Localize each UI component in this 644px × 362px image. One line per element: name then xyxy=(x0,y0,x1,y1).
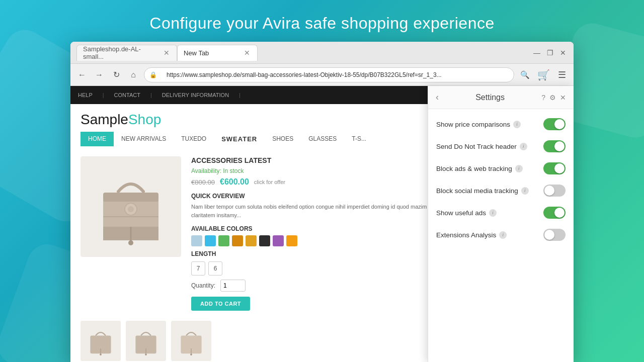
url-text[interactable]: https://www.sampleshop.de/small-bag-acce… xyxy=(167,71,442,78)
show-useful-ads-knob xyxy=(554,208,565,218)
color-swatch-6[interactable] xyxy=(273,235,284,246)
settings-list: Show price comparisons i Send Do Not Tra… xyxy=(428,109,574,250)
thumb-2[interactable] xyxy=(126,321,166,361)
settings-header: ‹ Settings ? ⚙ ✕ xyxy=(428,86,574,109)
settings-help-icon[interactable]: ? xyxy=(541,94,545,102)
settings-item-block-social: Block social media tracking i xyxy=(428,179,574,202)
color-swatch-2[interactable] xyxy=(218,235,229,246)
new-price: €600.00 xyxy=(220,177,249,187)
nav-contact[interactable]: CONTACT xyxy=(114,92,140,98)
thumb-1[interactable] xyxy=(80,321,121,361)
settings-item-price-comparisons: Show price comparisons i xyxy=(428,113,574,135)
website-content: HELP | CONTACT | DELIVERY INFORMATION | … xyxy=(70,86,574,362)
forward-button[interactable]: → xyxy=(93,68,106,81)
block-ads-toggle[interactable] xyxy=(543,162,566,174)
close-button[interactable]: ✕ xyxy=(558,48,568,57)
logo-sample: Sample xyxy=(80,112,128,127)
svg-rect-2 xyxy=(103,193,158,202)
logo-shop: Shop xyxy=(128,112,161,127)
length-7[interactable]: 7 xyxy=(191,261,205,276)
back-button[interactable]: ← xyxy=(75,68,89,81)
nav-help[interactable]: HELP xyxy=(78,92,93,98)
page-title: Configure your Avira safe shopping exper… xyxy=(0,0,644,42)
block-ads-info[interactable]: i xyxy=(515,165,523,172)
quantity-input[interactable] xyxy=(220,280,246,292)
svg-point-5 xyxy=(128,240,133,245)
menu-shoes[interactable]: SHOES xyxy=(265,132,301,146)
product-image xyxy=(80,156,181,257)
svg-point-7 xyxy=(128,206,134,212)
price-comparisons-label: Show price comparisons i xyxy=(436,121,521,128)
block-social-knob xyxy=(544,186,554,196)
minimize-button[interactable]: — xyxy=(532,48,541,57)
svg-point-13 xyxy=(145,353,147,355)
block-social-toggle[interactable] xyxy=(543,185,566,197)
reload-button[interactable]: ↻ xyxy=(110,68,123,81)
settings-title: Settings xyxy=(439,93,541,102)
browser-titlebar: Sampleshop.de-AL-small... ✕ New Tab ✕ — … xyxy=(70,42,574,64)
do-not-track-label: Send Do Not Track header i xyxy=(436,143,527,150)
show-useful-ads-info[interactable]: i xyxy=(489,209,497,217)
settings-item-do-not-track: Send Do Not Track header i xyxy=(428,135,574,157)
show-useful-ads-toggle[interactable] xyxy=(543,207,566,219)
svg-point-10 xyxy=(100,353,102,355)
settings-item-block-ads: Block ads & web tracking i xyxy=(428,157,574,179)
add-to-cart-button[interactable]: ADD TO CART xyxy=(191,297,250,311)
nav-delivery[interactable]: DELIVERY INFORMATION xyxy=(162,92,229,98)
tab-2-close[interactable]: ✕ xyxy=(243,49,251,57)
browser-menu-button[interactable]: ☰ xyxy=(555,68,569,81)
block-social-text: Block social media tracking xyxy=(436,187,518,195)
menu-home[interactable]: HOME xyxy=(80,132,114,146)
thumb-3[interactable] xyxy=(171,321,211,361)
color-swatch-3[interactable] xyxy=(232,235,243,246)
color-swatch-4[interactable] xyxy=(246,235,257,246)
address-bar: 🔒 https://www.sampleshop.de/small-bag-ac… xyxy=(144,67,514,82)
tab-1-close[interactable]: ✕ xyxy=(163,49,171,57)
price-comparisons-text: Show price comparisons xyxy=(436,121,510,128)
extensions-analysis-text: Extensions Analysis xyxy=(436,231,496,239)
block-ads-text: Block ads & web tracking xyxy=(436,165,512,172)
home-button[interactable]: ⌂ xyxy=(127,68,140,81)
do-not-track-text: Send Do Not Track header xyxy=(436,143,517,150)
menu-glasses[interactable]: GLASSES xyxy=(301,132,344,146)
browser-search-button[interactable]: 🔍 xyxy=(518,68,531,81)
price-comparisons-knob xyxy=(554,119,565,129)
browser-tab-1[interactable]: Sampleshop.de-AL-small... ✕ xyxy=(76,45,177,61)
menu-t-shirts[interactable]: T-S... xyxy=(344,132,374,146)
settings-close-icon[interactable]: ✕ xyxy=(560,94,566,102)
color-swatch-5[interactable] xyxy=(259,235,270,246)
browser-addressbar: ← → ↻ ⌂ 🔒 https://www.sampleshop.de/smal… xyxy=(70,64,574,86)
length-6[interactable]: 6 xyxy=(208,261,222,276)
block-social-info[interactable]: i xyxy=(521,187,529,195)
click-offer[interactable]: click for offer xyxy=(254,179,285,185)
old-price: €800.00 xyxy=(191,178,215,186)
availability-value: In stock xyxy=(223,167,244,174)
settings-item-show-useful-ads: Show useful ads i xyxy=(428,202,574,224)
browser-window: Sampleshop.de-AL-small... ✕ New Tab ✕ — … xyxy=(70,42,574,362)
browser-tab-2[interactable]: New Tab ✕ xyxy=(177,45,258,61)
show-useful-ads-label: Show useful ads i xyxy=(436,209,497,217)
color-swatch-1[interactable] xyxy=(205,235,216,246)
block-ads-label: Block ads & web tracking i xyxy=(436,165,523,172)
do-not-track-info[interactable]: i xyxy=(520,143,527,150)
sweater-label: SWeaTER xyxy=(221,135,257,143)
settings-gear-icon[interactable]: ⚙ xyxy=(549,94,556,102)
color-swatch-0[interactable] xyxy=(191,235,202,246)
extensions-analysis-info[interactable]: i xyxy=(499,231,507,239)
extensions-analysis-toggle[interactable] xyxy=(543,229,566,241)
maximize-button[interactable]: ❐ xyxy=(545,48,554,57)
color-swatch-7[interactable] xyxy=(286,235,297,246)
price-comparisons-toggle[interactable] xyxy=(543,118,566,130)
menu-sweater[interactable]: SWeaTER xyxy=(214,132,265,146)
availability-label: Availability: xyxy=(191,167,221,174)
tab-2-label: New Tab xyxy=(184,49,209,57)
price-comparisons-info[interactable]: i xyxy=(513,121,521,128)
do-not-track-toggle[interactable] xyxy=(543,140,566,152)
window-controls: — ❐ ✕ xyxy=(532,48,568,57)
menu-tuxedo[interactable]: TUXEDO xyxy=(174,132,214,146)
cart-icon[interactable]: 🛒 xyxy=(535,67,551,83)
do-not-track-knob xyxy=(554,141,565,151)
menu-new-arrivals[interactable]: NEW ARRIVALS xyxy=(114,132,174,146)
extensions-analysis-knob xyxy=(544,230,554,240)
quantity-label: Quantity: xyxy=(191,282,215,289)
